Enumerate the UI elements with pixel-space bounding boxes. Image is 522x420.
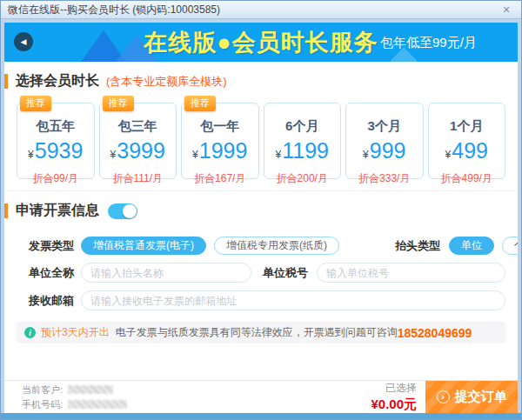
window-bottom-edge bbox=[1, 413, 521, 419]
yen-symbol: ¥ bbox=[445, 149, 452, 161]
invoice-section-title: 申请开票信息 bbox=[16, 202, 99, 220]
invoice-type-option-paper[interactable]: 增值税专用发票(纸质) bbox=[214, 237, 339, 255]
plan-monthly-rate: 折合167/月 bbox=[182, 171, 258, 186]
plan-card-1year[interactable]: 推荐 包一年 ¥1999 折合167/月 bbox=[181, 103, 259, 179]
invoice-toggle[interactable] bbox=[108, 203, 137, 219]
plan-name: 包五年 bbox=[17, 118, 94, 135]
selected-amount: ¥0.00元 bbox=[371, 397, 417, 413]
recommend-badge: 推荐 bbox=[103, 96, 134, 111]
submit-label: 提交订单 bbox=[455, 389, 507, 405]
notice-phone: 18528049699 bbox=[398, 326, 472, 340]
title-bar: 微信在线版--购买会员时长 (锁内码:10003585) ✕ bbox=[1, 1, 521, 19]
window-title: 微信在线版--购买会员时长 (锁内码:10003585) bbox=[8, 3, 220, 17]
notice-text: 电子发票与纸质发票具有同等法律效应，开票遇到问题可咨询 bbox=[116, 325, 398, 340]
plan-name: 6个月 bbox=[264, 118, 341, 135]
invoice-notice: i 预计3天内开出 电子发票与纸质发票具有同等法律效应，开票遇到问题可咨询 18… bbox=[17, 322, 505, 343]
plan-monthly-rate: 折合333/月 bbox=[346, 171, 423, 186]
plan-monthly-rate: 折合200/月 bbox=[264, 171, 341, 186]
plan-name: 包一年 bbox=[182, 118, 258, 135]
company-row: 单位全称 单位税号 bbox=[17, 263, 505, 283]
plan-price: ¥3999 bbox=[100, 139, 177, 166]
info-icon: i bbox=[24, 327, 36, 338]
plan-price-value: 3999 bbox=[117, 138, 165, 163]
recommend-badge: 推荐 bbox=[184, 96, 216, 111]
back-button[interactable]: ◀ bbox=[14, 32, 33, 51]
tax-number-input[interactable] bbox=[317, 263, 505, 283]
yen-symbol: ¥ bbox=[276, 149, 282, 161]
page-title: 在线版●会员时长服务 bbox=[144, 27, 378, 58]
company-name-label: 单位全称 bbox=[29, 265, 81, 281]
plan-price-value: 1199 bbox=[282, 138, 329, 163]
toggle-knob bbox=[123, 204, 137, 218]
customer-label: 当前客户: bbox=[22, 383, 63, 397]
plan-card-5year[interactable]: 推荐 包五年 ¥5939 折合99/月 bbox=[17, 103, 95, 179]
yen-symbol: ¥ bbox=[110, 149, 117, 161]
plan-price-value: 5939 bbox=[35, 138, 84, 163]
head-type-label: 抬头类型 bbox=[395, 238, 440, 254]
phone-row: 手机号码: bbox=[22, 398, 127, 411]
plan-price: ¥1999 bbox=[182, 139, 258, 166]
head-type-option-personal[interactable]: 个人 bbox=[502, 237, 518, 255]
invoice-form: 发票类型 增值税普通发票(电子) 增值税专用发票(纸质) 抬头类型 单位 个人 … bbox=[17, 229, 505, 310]
invoice-type-label: 发票类型 bbox=[29, 238, 81, 254]
submit-arrow-icon: › bbox=[437, 390, 450, 403]
plan-price: ¥1199 bbox=[264, 139, 341, 166]
head-type-option-company[interactable]: 单位 bbox=[449, 237, 494, 255]
customer-row: 当前客户: bbox=[22, 383, 127, 397]
footer-bar: 当前客户: 手机号码: 已选择 ¥0.00元 › 提交订单 bbox=[4, 380, 518, 413]
plan-monthly-rate: 折合99/月 bbox=[17, 171, 94, 186]
plan-price-value: 999 bbox=[370, 138, 406, 163]
company-name-input[interactable] bbox=[81, 263, 251, 283]
plan-name: 1个月 bbox=[429, 118, 505, 135]
content-spacer bbox=[4, 343, 518, 380]
email-row: 接收邮箱 bbox=[17, 290, 505, 310]
banner-tagline: 包年低至99元/月 bbox=[380, 34, 477, 50]
selected-label: 已选择 bbox=[385, 381, 417, 396]
selection-summary: 已选择 ¥0.00元 bbox=[371, 381, 425, 413]
email-label: 接收邮箱 bbox=[29, 293, 81, 309]
head-type-group: 抬头类型 单位 个人 bbox=[395, 237, 513, 255]
phone-label: 手机号码: bbox=[22, 398, 63, 411]
plan-price: ¥499 bbox=[429, 139, 505, 166]
plans-section-header: 选择会员时长 (含本专业定额库全模块) bbox=[4, 72, 518, 90]
invoice-type-row: 发票类型 增值税普通发票(电子) 增值税专用发票(纸质) 抬头类型 单位 个人 bbox=[17, 237, 505, 255]
plan-price-value: 499 bbox=[452, 138, 488, 163]
plan-card-3month[interactable]: 3个月 ¥999 折合333/月 bbox=[345, 103, 424, 179]
header-banner: ◀ 在线版●会员时长服务 包年低至99元/月 bbox=[4, 23, 518, 62]
invoice-section-header: 申请开票信息 bbox=[4, 202, 518, 220]
plan-card-1month[interactable]: 1个月 ¥499 折合499/月 bbox=[428, 103, 506, 179]
section-accent-bar bbox=[4, 203, 8, 218]
customer-info: 当前客户: 手机号码: bbox=[22, 381, 127, 413]
plan-monthly-rate: 折合111/月 bbox=[100, 171, 177, 186]
plan-monthly-rate: 折合499/月 bbox=[429, 171, 505, 186]
phone-value-redacted bbox=[68, 400, 127, 409]
yen-symbol: ¥ bbox=[363, 149, 369, 161]
plan-card-3year[interactable]: 推荐 包三年 ¥3999 折合111/月 bbox=[99, 103, 177, 179]
yen-symbol: ¥ bbox=[28, 149, 34, 161]
plan-name: 3个月 bbox=[346, 118, 423, 135]
close-icon[interactable]: ✕ bbox=[499, 4, 514, 16]
tax-number-label: 单位税号 bbox=[263, 265, 308, 281]
plan-price: ¥999 bbox=[346, 139, 423, 166]
yen-symbol: ¥ bbox=[192, 149, 198, 161]
customer-value-redacted bbox=[68, 385, 113, 394]
plan-price: ¥5939 bbox=[17, 139, 94, 166]
plan-card-6month[interactable]: 6个月 ¥1199 折合200/月 bbox=[264, 103, 342, 179]
plans-section-note: (含本专业定额库全模块) bbox=[106, 74, 227, 90]
submit-order-button[interactable]: › 提交订单 bbox=[425, 381, 518, 413]
plan-cards: 推荐 包五年 ¥5939 折合99/月 推荐 包三年 ¥3999 折合111/月… bbox=[17, 103, 505, 179]
notice-highlight: 预计3天内开出 bbox=[41, 325, 110, 340]
back-icon: ◀ bbox=[21, 37, 27, 46]
recommend-badge: 推荐 bbox=[20, 96, 51, 111]
section-divider bbox=[4, 190, 518, 191]
invoice-type-option-electronic[interactable]: 增值税普通发票(电子) bbox=[81, 237, 206, 255]
plan-price-value: 1999 bbox=[199, 138, 248, 163]
app-window: 微信在线版--购买会员时长 (锁内码:10003585) ✕ ◀ 在线版●会员时… bbox=[0, 0, 522, 420]
plan-name: 包三年 bbox=[100, 118, 177, 135]
email-input[interactable] bbox=[81, 290, 505, 310]
plans-section-title: 选择会员时长 bbox=[16, 72, 99, 90]
section-accent-bar bbox=[4, 74, 8, 89]
window-frame: ◀ 在线版●会员时长服务 包年低至99元/月 选择会员时长 (含本专业定额库全模… bbox=[1, 19, 521, 413]
main-content: ◀ 在线版●会员时长服务 包年低至99元/月 选择会员时长 (含本专业定额库全模… bbox=[4, 23, 518, 413]
